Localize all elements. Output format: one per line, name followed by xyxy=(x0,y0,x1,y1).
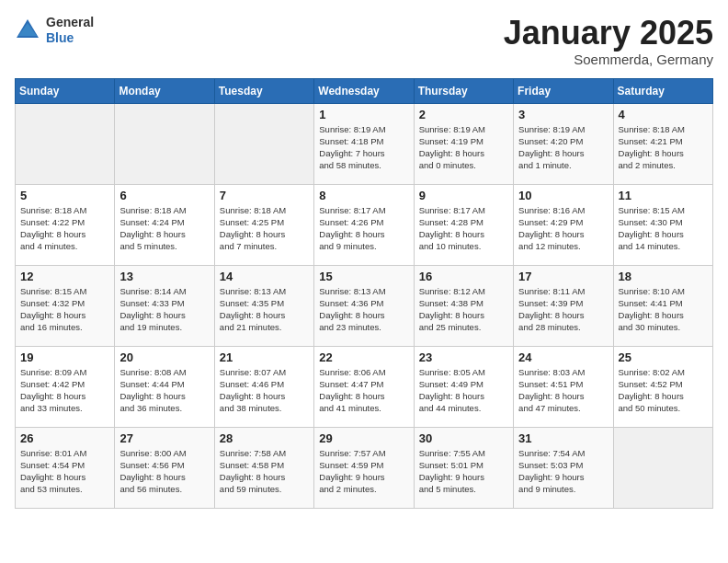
day-number: 7 xyxy=(220,189,309,202)
day-number: 4 xyxy=(619,108,708,121)
day-info: Sunrise: 8:12 AM Sunset: 4:38 PM Dayligh… xyxy=(419,285,508,334)
day-number: 15 xyxy=(319,270,408,283)
day-number: 26 xyxy=(20,431,109,445)
calendar-cell: 22Sunrise: 8:06 AM Sunset: 4:47 PM Dayli… xyxy=(314,346,414,427)
day-info: Sunrise: 7:55 AM Sunset: 5:01 PM Dayligh… xyxy=(419,447,508,496)
day-number: 19 xyxy=(20,350,109,364)
calendar-cell: 12Sunrise: 8:15 AM Sunset: 4:32 PM Dayli… xyxy=(16,265,115,346)
calendar-body: 1Sunrise: 8:19 AM Sunset: 4:18 PM Daylig… xyxy=(16,103,713,508)
calendar-cell xyxy=(115,103,214,184)
calendar-cell: 17Sunrise: 8:11 AM Sunset: 4:39 PM Dayli… xyxy=(514,265,613,346)
calendar-cell: 19Sunrise: 8:09 AM Sunset: 4:42 PM Dayli… xyxy=(16,346,115,427)
logo-icon xyxy=(15,17,40,43)
day-info: Sunrise: 7:58 AM Sunset: 4:58 PM Dayligh… xyxy=(220,447,309,496)
day-info: Sunrise: 8:07 AM Sunset: 4:46 PM Dayligh… xyxy=(220,366,309,415)
day-info: Sunrise: 8:16 AM Sunset: 4:29 PM Dayligh… xyxy=(518,204,608,253)
calendar-table: SundayMondayTuesdayWednesdayThursdayFrid… xyxy=(15,78,713,509)
weekday-thursday: Thursday xyxy=(414,78,513,103)
calendar-cell: 21Sunrise: 8:07 AM Sunset: 4:46 PM Dayli… xyxy=(214,346,313,427)
day-number: 23 xyxy=(419,350,508,364)
day-info: Sunrise: 8:03 AM Sunset: 4:51 PM Dayligh… xyxy=(518,366,608,415)
day-number: 22 xyxy=(319,350,408,364)
day-number: 18 xyxy=(619,270,708,283)
day-number: 8 xyxy=(319,189,408,202)
month-title: January 2025 xyxy=(504,15,713,52)
svg-marker-1 xyxy=(18,23,37,36)
calendar-cell: 8Sunrise: 8:17 AM Sunset: 4:26 PM Daylig… xyxy=(314,184,414,265)
day-info: Sunrise: 8:14 AM Sunset: 4:33 PM Dayligh… xyxy=(119,285,209,334)
day-info: Sunrise: 8:18 AM Sunset: 4:25 PM Dayligh… xyxy=(220,204,309,253)
calendar-cell: 11Sunrise: 8:15 AM Sunset: 4:30 PM Dayli… xyxy=(613,184,712,265)
page-header: General Blue January 2025 Soemmerda, Ger… xyxy=(15,15,713,67)
weekday-saturday: Saturday xyxy=(613,78,712,103)
day-info: Sunrise: 8:18 AM Sunset: 4:24 PM Dayligh… xyxy=(119,204,209,253)
calendar-cell: 26Sunrise: 8:01 AM Sunset: 4:54 PM Dayli… xyxy=(16,427,115,508)
calendar-cell: 23Sunrise: 8:05 AM Sunset: 4:49 PM Dayli… xyxy=(414,346,513,427)
day-number: 30 xyxy=(419,431,508,445)
day-number: 2 xyxy=(419,108,508,121)
calendar-cell xyxy=(16,103,115,184)
logo-general: General xyxy=(46,15,94,30)
day-number: 20 xyxy=(119,350,209,364)
calendar-cell: 4Sunrise: 8:18 AM Sunset: 4:21 PM Daylig… xyxy=(613,103,712,184)
day-info: Sunrise: 8:19 AM Sunset: 4:19 PM Dayligh… xyxy=(419,123,508,172)
week-row-4: 19Sunrise: 8:09 AM Sunset: 4:42 PM Dayli… xyxy=(16,346,713,427)
calendar-cell xyxy=(613,427,712,508)
calendar-cell: 2Sunrise: 8:19 AM Sunset: 4:19 PM Daylig… xyxy=(414,103,513,184)
calendar-cell: 25Sunrise: 8:02 AM Sunset: 4:52 PM Dayli… xyxy=(613,346,712,427)
day-info: Sunrise: 8:10 AM Sunset: 4:41 PM Dayligh… xyxy=(619,285,708,334)
day-number: 11 xyxy=(619,189,708,202)
calendar-cell xyxy=(214,103,313,184)
day-number: 16 xyxy=(419,270,508,283)
day-number: 12 xyxy=(20,270,109,283)
day-info: Sunrise: 8:08 AM Sunset: 4:44 PM Dayligh… xyxy=(119,366,209,415)
day-info: Sunrise: 8:19 AM Sunset: 4:20 PM Dayligh… xyxy=(518,123,608,172)
day-info: Sunrise: 8:05 AM Sunset: 4:49 PM Dayligh… xyxy=(419,366,508,415)
calendar-cell: 24Sunrise: 8:03 AM Sunset: 4:51 PM Dayli… xyxy=(514,346,613,427)
calendar-cell: 10Sunrise: 8:16 AM Sunset: 4:29 PM Dayli… xyxy=(514,184,613,265)
weekday-friday: Friday xyxy=(514,78,613,103)
calendar-cell: 28Sunrise: 7:58 AM Sunset: 4:58 PM Dayli… xyxy=(214,427,313,508)
location-subtitle: Soemmerda, Germany xyxy=(504,52,713,67)
calendar-cell: 6Sunrise: 8:18 AM Sunset: 4:24 PM Daylig… xyxy=(115,184,214,265)
day-number: 1 xyxy=(319,108,408,121)
day-number: 25 xyxy=(619,350,708,364)
weekday-monday: Monday xyxy=(115,78,214,103)
day-info: Sunrise: 8:15 AM Sunset: 4:32 PM Dayligh… xyxy=(20,285,109,334)
day-number: 10 xyxy=(518,189,608,202)
calendar-cell: 9Sunrise: 8:17 AM Sunset: 4:28 PM Daylig… xyxy=(414,184,513,265)
day-info: Sunrise: 8:13 AM Sunset: 4:35 PM Dayligh… xyxy=(220,285,309,334)
day-number: 27 xyxy=(119,431,209,445)
day-info: Sunrise: 8:17 AM Sunset: 4:26 PM Dayligh… xyxy=(319,204,408,253)
logo-blue: Blue xyxy=(46,30,94,46)
day-number: 5 xyxy=(20,189,109,202)
day-number: 31 xyxy=(518,431,608,445)
calendar-cell: 27Sunrise: 8:00 AM Sunset: 4:56 PM Dayli… xyxy=(115,427,214,508)
day-info: Sunrise: 8:00 AM Sunset: 4:56 PM Dayligh… xyxy=(119,447,209,496)
calendar-cell: 1Sunrise: 8:19 AM Sunset: 4:18 PM Daylig… xyxy=(314,103,414,184)
calendar-cell: 14Sunrise: 8:13 AM Sunset: 4:35 PM Dayli… xyxy=(214,265,313,346)
week-row-5: 26Sunrise: 8:01 AM Sunset: 4:54 PM Dayli… xyxy=(16,427,713,508)
calendar-cell: 16Sunrise: 8:12 AM Sunset: 4:38 PM Dayli… xyxy=(414,265,513,346)
day-number: 9 xyxy=(419,189,508,202)
day-number: 14 xyxy=(220,270,309,283)
day-number: 28 xyxy=(220,431,309,445)
calendar-cell: 18Sunrise: 8:10 AM Sunset: 4:41 PM Dayli… xyxy=(613,265,712,346)
day-info: Sunrise: 7:57 AM Sunset: 4:59 PM Dayligh… xyxy=(319,447,408,496)
day-info: Sunrise: 8:13 AM Sunset: 4:36 PM Dayligh… xyxy=(319,285,408,334)
day-info: Sunrise: 8:06 AM Sunset: 4:47 PM Dayligh… xyxy=(319,366,408,415)
logo-text: General Blue xyxy=(46,15,94,46)
day-info: Sunrise: 7:54 AM Sunset: 5:03 PM Dayligh… xyxy=(518,447,608,496)
calendar-cell: 20Sunrise: 8:08 AM Sunset: 4:44 PM Dayli… xyxy=(115,346,214,427)
day-number: 6 xyxy=(119,189,209,202)
logo: General Blue xyxy=(15,15,94,46)
calendar-cell: 3Sunrise: 8:19 AM Sunset: 4:20 PM Daylig… xyxy=(514,103,613,184)
calendar-cell: 5Sunrise: 8:18 AM Sunset: 4:22 PM Daylig… xyxy=(16,184,115,265)
day-number: 17 xyxy=(518,270,608,283)
day-info: Sunrise: 8:15 AM Sunset: 4:30 PM Dayligh… xyxy=(619,204,708,253)
day-info: Sunrise: 8:02 AM Sunset: 4:52 PM Dayligh… xyxy=(619,366,708,415)
day-info: Sunrise: 8:19 AM Sunset: 4:18 PM Dayligh… xyxy=(319,123,408,172)
weekday-sunday: Sunday xyxy=(16,78,115,103)
day-info: Sunrise: 8:18 AM Sunset: 4:22 PM Dayligh… xyxy=(20,204,109,253)
day-number: 3 xyxy=(518,108,608,121)
